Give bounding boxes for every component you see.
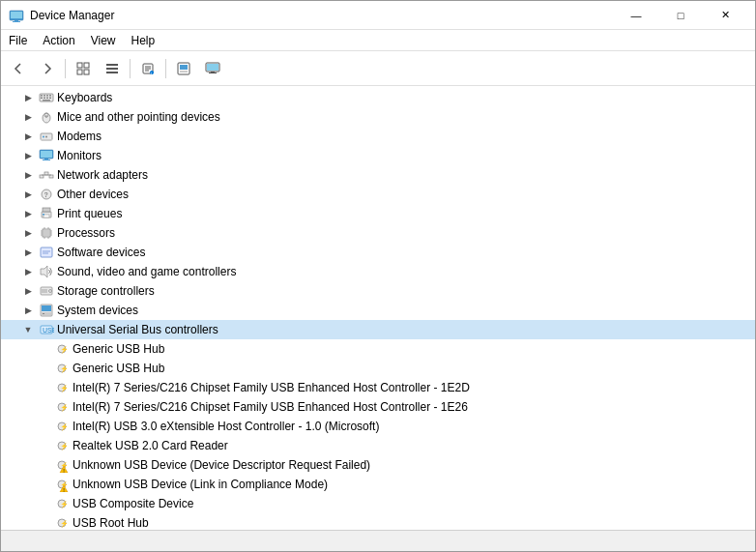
tree-item-system[interactable]: ▶ System devices	[1, 301, 755, 320]
svg-rect-4	[77, 63, 82, 68]
svg-rect-10	[106, 72, 118, 73]
svg-rect-45	[40, 175, 44, 178]
mice-label: Mice and other pointing devices	[57, 110, 220, 124]
expand-network[interactable]: ▶	[20, 167, 36, 183]
svg-rect-1	[11, 12, 22, 18]
modem-icon	[39, 129, 54, 144]
svg-text:⚡: ⚡	[60, 345, 69, 354]
tree-item-usb-composite[interactable]: ▶ ⚡ USB Composite Device	[1, 494, 755, 513]
usb-device-icon-9: ⚡	[54, 496, 70, 511]
toolbar-view1[interactable]	[70, 55, 97, 82]
usb-composite-label: USB Composite Device	[73, 497, 193, 510]
expand-processors[interactable]: ▶	[20, 225, 36, 241]
toolbar-sep-1	[65, 59, 66, 78]
tree-item-usb-intel-3[interactable]: ▶ ⚡ Intel(R) USB 3.0 eXtensible Host Con…	[1, 417, 755, 436]
svg-rect-8	[106, 64, 118, 66]
tree-panel[interactable]: ▶ Keyboards	[1, 86, 755, 530]
expand-usb[interactable]: ▼	[20, 322, 36, 337]
toolbar: i	[1, 51, 755, 86]
other-icon: ?	[39, 187, 54, 202]
usb-device-icon-6: ⚡	[54, 438, 70, 453]
tree-item-usb[interactable]: ▼ USB Universal Serial Bus controllers	[1, 320, 755, 339]
toolbar-view2[interactable]	[99, 55, 126, 82]
svg-rect-44	[43, 160, 50, 160]
storage-label: Storage controllers	[57, 284, 155, 298]
usb-hub2-label: Generic USB Hub	[73, 362, 164, 375]
tree-item-usb-hub-1[interactable]: ▶ ⚡ Generic USB Hub	[1, 339, 755, 359]
tree-item-keyboards[interactable]: ▶ Keyboards	[1, 88, 755, 107]
tree-item-usb-hub-2[interactable]: ▶ ⚡ Generic USB Hub	[1, 359, 755, 378]
toolbar-back[interactable]	[5, 55, 32, 82]
tree-item-sound[interactable]: ▶ Sound, video and game controllers	[1, 262, 755, 281]
usb-icon: USB	[39, 322, 54, 337]
tree-item-usb-root-1[interactable]: ▶ ⚡ USB Root Hub	[1, 513, 755, 530]
maximize-button[interactable]: □	[658, 1, 703, 30]
tree-item-processors[interactable]: ▶	[1, 223, 755, 243]
tree-item-usb-intel-2[interactable]: ▶ ⚡ Intel(R) 7 Series/C216 Chipset Famil…	[1, 397, 755, 417]
expand-modems[interactable]: ▶	[20, 129, 36, 144]
tree-item-usb-realtek[interactable]: ▶ ⚡ Realtek USB 2.0 Card Reader	[1, 436, 755, 455]
tree-item-network[interactable]: ▶ Network adapters	[1, 165, 755, 185]
tree-item-printq[interactable]: ▶ Print queues	[1, 204, 755, 223]
expand-monitors[interactable]: ▶	[20, 148, 36, 163]
expand-printq[interactable]: ▶	[20, 206, 36, 221]
svg-rect-42	[41, 151, 52, 158]
svg-text:USB: USB	[43, 327, 54, 334]
svg-rect-21	[207, 64, 218, 71]
expand-mice[interactable]: ▶	[20, 109, 36, 125]
tree-item-storage[interactable]: ▶ Storage controllers	[1, 281, 755, 301]
monitor-icon	[39, 148, 54, 163]
menu-help[interactable]: Help	[124, 32, 163, 49]
system-icon	[39, 303, 54, 318]
usb-device-icon-5: ⚡	[54, 419, 70, 434]
menu-file[interactable]: File	[1, 32, 35, 49]
usb-device-icon-2: ⚡	[54, 361, 70, 376]
expand-system[interactable]: ▶	[20, 303, 36, 318]
sound-label: Sound, video and game controllers	[57, 265, 236, 278]
modems-label: Modems	[57, 130, 102, 143]
usb-hub1-label: Generic USB Hub	[73, 342, 164, 356]
svg-text:⚡: ⚡	[60, 364, 69, 373]
tree-item-usb-unknown-2[interactable]: ▶ ⚡ ! Unknown USB Device (Link in Compli…	[1, 475, 755, 494]
usb-device-icon-10: ⚡	[54, 515, 70, 530]
tree-item-modems[interactable]: ▶ Modems	[1, 127, 755, 146]
svg-text:⚡: ⚡	[60, 384, 69, 392]
svg-rect-55	[44, 215, 49, 218]
processor-icon	[39, 225, 54, 241]
system-label: System devices	[57, 304, 138, 317]
usb-root1-label: USB Root Hub	[73, 516, 149, 530]
toolbar-view3[interactable]	[170, 55, 197, 82]
svg-rect-32	[49, 98, 51, 100]
toolbar-forward[interactable]	[34, 55, 61, 82]
menu-action[interactable]: Action	[35, 32, 82, 49]
expand-sound[interactable]: ▶	[20, 264, 36, 279]
toolbar-monitor[interactable]	[199, 55, 226, 82]
toolbar-properties[interactable]: i	[134, 55, 161, 82]
tree-item-usb-unknown-1[interactable]: ▶ ⚡ ! Unknown USB Device (Device Descrip…	[1, 455, 755, 475]
menu-view[interactable]: View	[83, 32, 124, 49]
svg-text:?: ?	[44, 191, 48, 198]
expand-other[interactable]: ▶	[20, 187, 36, 202]
svg-rect-9	[106, 68, 118, 70]
svg-rect-19	[180, 71, 188, 73]
usb-unknown2-label: Unknown USB Device (Link in Compliance M…	[73, 478, 328, 491]
monitors-label: Monitors	[57, 149, 102, 162]
storage-icon	[39, 283, 54, 299]
window-controls: — □ ✕	[614, 1, 747, 30]
svg-rect-3	[13, 21, 20, 22]
tree-item-software[interactable]: ▶ Software devices	[1, 243, 755, 262]
other-label: Other devices	[57, 188, 129, 201]
svg-rect-80	[43, 313, 44, 314]
close-button[interactable]: ✕	[703, 1, 747, 30]
tree-item-monitors[interactable]: ▶ Monitors	[1, 146, 755, 165]
expand-storage[interactable]: ▶	[20, 283, 36, 299]
svg-rect-46	[44, 172, 48, 175]
minimize-button[interactable]: —	[614, 1, 658, 30]
expand-keyboards[interactable]: ▶	[20, 90, 36, 105]
tree-item-other[interactable]: ▶ ? Other devices	[1, 185, 755, 204]
usb-intel3-label: Intel(R) USB 3.0 eXtensible Host Control…	[73, 420, 379, 433]
keyboards-label: Keyboards	[57, 91, 112, 104]
tree-item-usb-intel-1[interactable]: ▶ ⚡ Intel(R) 7 Series/C216 Chipset Famil…	[1, 378, 755, 397]
tree-item-mice[interactable]: ▶ Mice and other pointing devices	[1, 107, 755, 127]
expand-software[interactable]: ▶	[20, 245, 36, 260]
